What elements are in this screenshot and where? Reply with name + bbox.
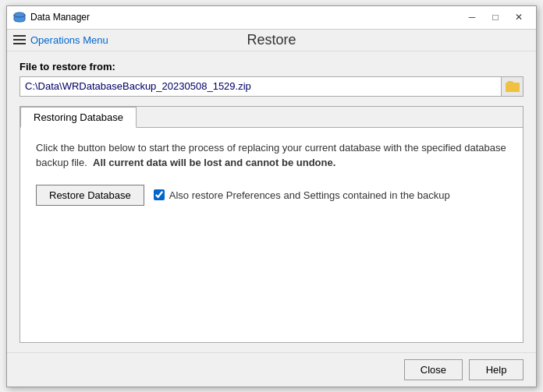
app-icon [13,11,26,23]
tab-container: Restoring Database Click the button belo… [20,106,523,343]
tab-restoring-database[interactable]: Restoring Database [20,107,137,128]
folder-open-icon [506,81,520,92]
info-text: Click the button below to start the proc… [36,140,507,171]
menu-bar: Operations Menu Restore [7,30,536,51]
title-bar-text: Data Manager [30,12,461,23]
title-bar-controls: ─ □ ✕ [461,9,530,25]
help-button[interactable]: Help [469,359,523,380]
checkbox-row: Also restore Preferences and Settings co… [154,189,450,201]
title-bar: Data Manager ─ □ ✕ [7,6,536,30]
file-label: File to restore from: [20,61,523,72]
checkbox-label: Also restore Preferences and Settings co… [169,189,450,201]
file-browse-button[interactable] [502,76,523,97]
operations-menu-link[interactable]: Operations Menu [30,34,108,46]
close-button[interactable]: Close [404,359,463,380]
restore-database-button[interactable]: Restore Database [36,185,144,206]
menu-icon [13,35,26,44]
maximize-button[interactable]: □ [484,9,506,25]
file-path-input[interactable] [20,76,502,97]
content-area: File to restore from: Restoring Database… [7,51,536,352]
close-window-button[interactable]: ✕ [508,9,530,25]
page-title: Restore [247,32,296,48]
action-row: Restore Database Also restore Preference… [36,185,507,206]
minimize-button[interactable]: ─ [461,9,483,25]
main-window: Data Manager ─ □ ✕ Operations Menu Resto… [6,5,537,387]
tab-header: Restoring Database [20,107,523,128]
restore-preferences-checkbox[interactable] [154,189,165,200]
tab-content: Click the button below to start the proc… [20,128,523,342]
file-input-row [20,76,523,97]
footer: Close Help [7,352,536,387]
